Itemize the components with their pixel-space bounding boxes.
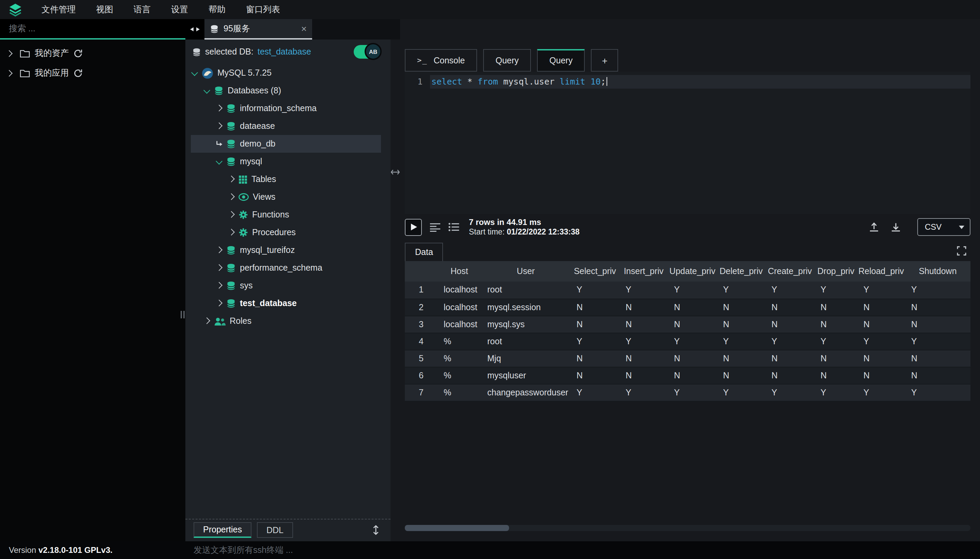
tab-scroll-arrows[interactable]	[185, 19, 205, 40]
sql-editor[interactable]: 1 select * from mysql.user limit 10;	[405, 71, 970, 214]
cell[interactable]: N	[571, 350, 619, 367]
sidebar-resize-grip[interactable]	[181, 311, 185, 318]
chevron-right-icon[interactable]	[215, 104, 225, 112]
scrollbar-thumb[interactable]	[405, 525, 509, 531]
tree-item-Functions[interactable]: Functions	[191, 206, 381, 223]
tree-item-test_database[interactable]: test_database	[191, 294, 381, 312]
cell[interactable]: Y	[766, 281, 814, 299]
editor-tab-3[interactable]: Query	[537, 49, 585, 71]
chevron-right-icon[interactable]	[203, 317, 213, 325]
tab-scroll-left-icon[interactable]	[190, 27, 193, 31]
tree-item-dataease[interactable]: dataease	[191, 117, 381, 135]
new-tab-button[interactable]: +	[591, 49, 618, 71]
row-number-column-header[interactable]	[405, 261, 437, 281]
cell[interactable]: N	[619, 367, 668, 384]
cell[interactable]: Y	[905, 281, 970, 299]
cell[interactable]: N	[571, 367, 619, 384]
cell[interactable]: N	[668, 367, 717, 384]
row-number-cell[interactable]: 4	[405, 332, 437, 350]
cell[interactable]: N	[668, 350, 717, 367]
cell[interactable]: N	[717, 299, 766, 316]
cell[interactable]: N	[571, 316, 619, 332]
cell[interactable]: Y	[668, 281, 717, 299]
column-header-Delete_priv[interactable]: Delete_priv	[717, 261, 766, 281]
tree-item-Tables[interactable]: Tables	[191, 170, 381, 188]
sidebar-item[interactable]: 我的应用	[0, 63, 185, 83]
chevron-right-icon[interactable]	[215, 246, 225, 254]
download-icon[interactable]	[890, 222, 902, 232]
bottom-tab-DDL[interactable]: DDL	[257, 522, 293, 538]
cell[interactable]: mysqluser	[481, 367, 571, 384]
cell[interactable]: Y	[571, 281, 619, 299]
menu-item-6[interactable]: 窗口列表	[246, 4, 280, 15]
tree-item-performance_schema[interactable]: performance_schema	[191, 259, 381, 277]
export-format-select[interactable]: CSV	[917, 218, 970, 236]
chevron-down-icon[interactable]	[215, 157, 225, 165]
tree-item-mysql_tureifoz[interactable]: mysql_tureifoz	[191, 241, 381, 259]
horizontal-scrollbar[interactable]	[405, 525, 970, 531]
cell[interactable]: Y	[857, 384, 905, 401]
chevron-right-icon[interactable]	[215, 122, 225, 130]
chevron-right-icon[interactable]	[5, 50, 15, 58]
menu-item-2[interactable]: 视图	[96, 4, 113, 15]
run-query-button[interactable]	[405, 218, 422, 235]
cell[interactable]: Y	[619, 332, 668, 350]
row-number-cell[interactable]: 3	[405, 316, 437, 332]
menu-item-3[interactable]: 语言	[134, 4, 151, 15]
data-tab[interactable]: Data	[405, 243, 443, 261]
editor-tab-2[interactable]: Query	[483, 49, 531, 71]
column-header-Drop_priv[interactable]: Drop_priv	[814, 261, 857, 281]
cell[interactable]: Y	[668, 332, 717, 350]
tree-item-mysql[interactable]: mysql	[191, 153, 381, 170]
column-header-Create_priv[interactable]: Create_priv	[766, 261, 814, 281]
cell[interactable]: localhost	[437, 281, 481, 299]
cell[interactable]: Y	[814, 281, 857, 299]
upload-icon[interactable]	[868, 222, 880, 232]
column-header-Insert_priv[interactable]: Insert_priv	[619, 261, 668, 281]
cell[interactable]: N	[668, 299, 717, 316]
close-tab-icon[interactable]: ×	[301, 23, 307, 34]
tree-item-Databases (8)[interactable]: Databases (8)	[191, 82, 381, 99]
cell[interactable]: localhost	[437, 316, 481, 332]
cell[interactable]: N	[814, 350, 857, 367]
chevron-right-icon[interactable]	[215, 264, 225, 272]
tab-scroll-right-icon[interactable]	[196, 27, 200, 31]
cell[interactable]: Y	[857, 332, 905, 350]
column-header-Reload_priv[interactable]: Reload_priv	[857, 261, 905, 281]
execution-plan-icon[interactable]	[429, 222, 441, 232]
row-number-cell[interactable]: 7	[405, 384, 437, 401]
cell[interactable]: Y	[571, 384, 619, 401]
splitter-handle-icon[interactable]	[391, 169, 400, 175]
refresh-icon[interactable]	[74, 69, 82, 78]
cell[interactable]: Y	[766, 332, 814, 350]
tree-item-Roles[interactable]: Roles	[191, 312, 381, 330]
chevron-right-icon[interactable]	[228, 175, 237, 184]
cell[interactable]: Y	[905, 332, 970, 350]
cell[interactable]: N	[857, 299, 905, 316]
cell[interactable]: N	[766, 350, 814, 367]
cell[interactable]: N	[857, 367, 905, 384]
cell[interactable]: N	[619, 299, 668, 316]
panel-splitter[interactable]	[391, 40, 400, 541]
cell[interactable]: mysql.session	[481, 299, 571, 316]
chevron-right-icon[interactable]	[228, 193, 237, 201]
cell[interactable]: N	[905, 299, 970, 316]
cell[interactable]: N	[814, 299, 857, 316]
row-number-cell[interactable]: 1	[405, 281, 437, 299]
broadcast-input[interactable]: 发送文本到所有ssh终端 ...	[185, 544, 293, 556]
column-header-Shutdown[interactable]: Shutdown	[905, 261, 970, 281]
cell[interactable]: Y	[857, 281, 905, 299]
refresh-icon[interactable]	[74, 49, 82, 58]
cell[interactable]: N	[766, 299, 814, 316]
cell[interactable]: N	[905, 350, 970, 367]
cell[interactable]: N	[857, 316, 905, 332]
list-view-icon[interactable]	[449, 222, 459, 232]
cell[interactable]: %	[437, 367, 481, 384]
cell[interactable]: Y	[905, 384, 970, 401]
cell[interactable]: changepassworduser	[481, 384, 571, 401]
cell[interactable]: N	[814, 316, 857, 332]
cell[interactable]: Y	[814, 384, 857, 401]
cell[interactable]: Y	[766, 384, 814, 401]
cell[interactable]: N	[766, 316, 814, 332]
row-number-cell[interactable]: 5	[405, 350, 437, 367]
